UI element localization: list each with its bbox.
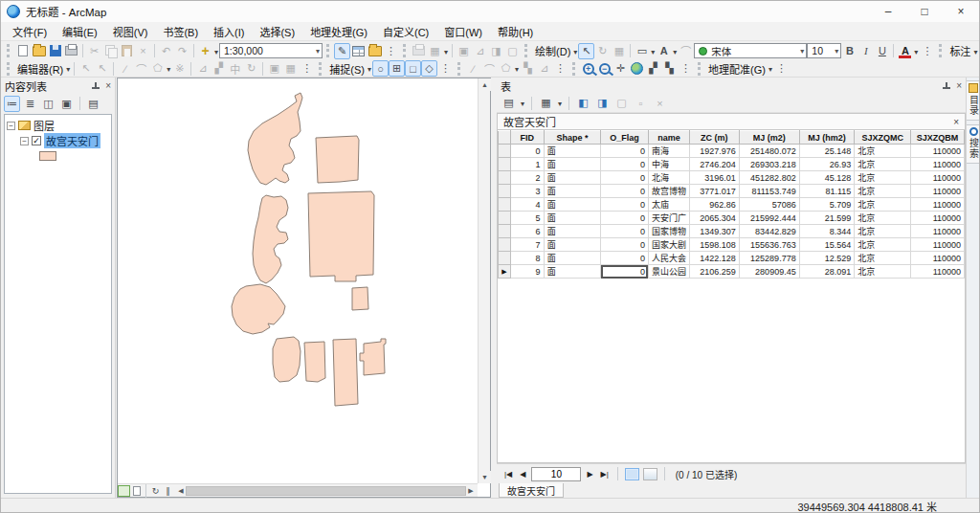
reshape-feature-button[interactable]: ⊿ (194, 60, 211, 77)
cell[interactable]: 25.148 (799, 145, 855, 158)
underline-button[interactable]: U (874, 43, 890, 59)
split-tool-button[interactable]: 中 (227, 60, 243, 77)
delete-selected-button[interactable]: × (652, 95, 668, 111)
row-selector[interactable] (499, 185, 511, 198)
select-by-attributes-button[interactable]: ◧ (575, 95, 591, 111)
pan-button[interactable]: ✛ (612, 60, 629, 77)
cell[interactable]: 北京 (855, 158, 911, 171)
cell[interactable]: 3771.017 (689, 185, 739, 198)
snap-point-button[interactable]: ○ (372, 60, 389, 77)
pause-drawing-button[interactable]: ∥ (162, 485, 174, 497)
rotate-element-button[interactable]: ↻ (594, 43, 611, 59)
table-options-button[interactable]: ▤ (501, 95, 517, 111)
cell[interactable]: 7 (510, 238, 544, 252)
cell[interactable]: 280909.45 (739, 265, 799, 279)
maximize-button[interactable]: □ (906, 1, 943, 22)
text-tool-button[interactable]: A (656, 43, 672, 59)
cell[interactable]: 北京 (855, 185, 911, 198)
map-horizontal-scrollbar[interactable]: ◀ ▶ (176, 485, 476, 497)
cell[interactable]: 面 (544, 212, 601, 225)
toc-root-row[interactable]: − 图层 (7, 118, 109, 133)
cell[interactable]: 15.564 (799, 238, 855, 252)
clear-selection-button[interactable]: ▢ (613, 95, 630, 111)
snap-edge-button[interactable]: ◇ (421, 60, 437, 77)
menu-item[interactable]: 插入(I) (206, 21, 252, 42)
trace-tool-button[interactable]: ⬠ (149, 60, 166, 77)
cell[interactable]: 0 (601, 225, 649, 238)
menu-item[interactable]: 视图(V) (105, 21, 156, 42)
point-tool-button[interactable]: ※ (171, 60, 188, 77)
cell[interactable]: 0 (601, 238, 649, 252)
cell[interactable]: 83442.829 (739, 225, 799, 238)
topology-dropdown-icon[interactable]: ▾ (444, 48, 448, 56)
cell[interactable]: 北京 (855, 212, 911, 225)
related-tables-button[interactable]: ▦ (538, 95, 554, 111)
next-record-button[interactable]: ▶ (585, 470, 594, 479)
cell[interactable]: 0 (601, 171, 649, 185)
toolbar-overflow-button[interactable]: ⋮ (678, 60, 694, 77)
editor-toolbar-toggle-button[interactable]: ✎ (334, 43, 350, 59)
cell[interactable]: 0 (601, 212, 649, 225)
minimize-button[interactable]: – (870, 1, 906, 22)
cell[interactable]: 110000 (911, 145, 965, 158)
cell[interactable]: 0 (601, 185, 649, 198)
toolbar-grip[interactable] (7, 44, 11, 57)
snapping-menu-label[interactable]: 捕捉(S) (326, 61, 367, 77)
cell[interactable]: 110000 (911, 225, 965, 238)
cell[interactable]: 1349.307 (689, 225, 739, 238)
font-size-combobox[interactable]: 10 ▾ (807, 43, 841, 58)
cell[interactable]: 251480.072 (739, 145, 799, 158)
rectangle-tool-button[interactable]: ▭ (634, 43, 650, 59)
collapse-icon[interactable]: − (7, 122, 15, 130)
column-header-mjm2[interactable]: MJ (m2) (739, 131, 799, 145)
column-header-name[interactable]: name (648, 131, 689, 145)
polygon-nanhai[interactable] (232, 284, 285, 334)
cell[interactable]: 1927.976 (689, 145, 739, 158)
toolbar-grip[interactable] (326, 44, 331, 57)
open-table-button[interactable] (350, 43, 367, 59)
toc-layer-row[interactable]: − ✓ 故宫天安门 (7, 133, 109, 148)
cell[interactable]: 269303.218 (739, 158, 799, 171)
toolbar-overflow-button[interactable]: ⋮ (552, 60, 568, 77)
toc-close-icon[interactable]: × (105, 80, 111, 91)
list-by-drawing-order-button[interactable]: ≔ (4, 96, 20, 112)
cell[interactable]: 北海 (648, 171, 689, 185)
map-vertical-scrollbar[interactable]: ▲ ▼ (478, 78, 490, 483)
polygon-forbidden-city[interactable] (308, 191, 374, 281)
cogo-line-button[interactable]: ∕ (465, 60, 481, 77)
copy-button[interactable] (102, 43, 119, 59)
cell[interactable]: 北京 (855, 252, 911, 265)
toolbar-grip[interactable] (572, 62, 577, 76)
select-elements-button[interactable]: ↖ (578, 43, 594, 59)
show-selected-records-button[interactable] (643, 468, 657, 480)
extend-tool-button[interactable]: ⊿ (536, 60, 552, 77)
cell[interactable]: 北京 (855, 265, 911, 279)
scroll-up-icon[interactable]: ▲ (479, 78, 491, 91)
polygon-taimiao[interactable] (352, 287, 368, 310)
toolbar-grip[interactable] (7, 62, 11, 76)
zoom-to-selected-button[interactable]: ▫ (633, 95, 649, 111)
topology-edit-button[interactable]: ▦ (427, 43, 443, 59)
menu-item[interactable]: 选择(S) (252, 21, 302, 42)
column-header-zcm[interactable]: ZC (m) (689, 131, 739, 145)
toolbar-overflow-button[interactable]: ⋮ (437, 60, 454, 77)
cell[interactable]: 5.709 (799, 198, 855, 212)
pin-icon[interactable] (943, 82, 950, 90)
polygon-beihai[interactable] (248, 93, 302, 185)
cell[interactable]: 0 (601, 252, 649, 265)
annotation-dropdown-icon[interactable]: ▾ (973, 48, 977, 56)
cell[interactable]: 面 (544, 158, 601, 171)
row-selector[interactable] (499, 238, 511, 252)
row-selector[interactable] (499, 212, 511, 225)
scrollbar-thumb[interactable] (186, 486, 466, 496)
snap-endpoint-button[interactable]: ⊞ (389, 60, 405, 77)
cell[interactable]: 0 (510, 145, 544, 158)
cell[interactable]: 5 (510, 212, 544, 225)
topology-inspector-button[interactable]: ▢ (504, 43, 521, 59)
row-selector[interactable] (499, 198, 511, 212)
cell[interactable]: 北京 (855, 145, 911, 158)
delete-button[interactable]: × (135, 43, 151, 59)
cell[interactable]: 6 (510, 225, 544, 238)
draw-menu-label[interactable]: 绘制(D) (532, 43, 572, 58)
cell[interactable]: 北京 (855, 238, 911, 252)
